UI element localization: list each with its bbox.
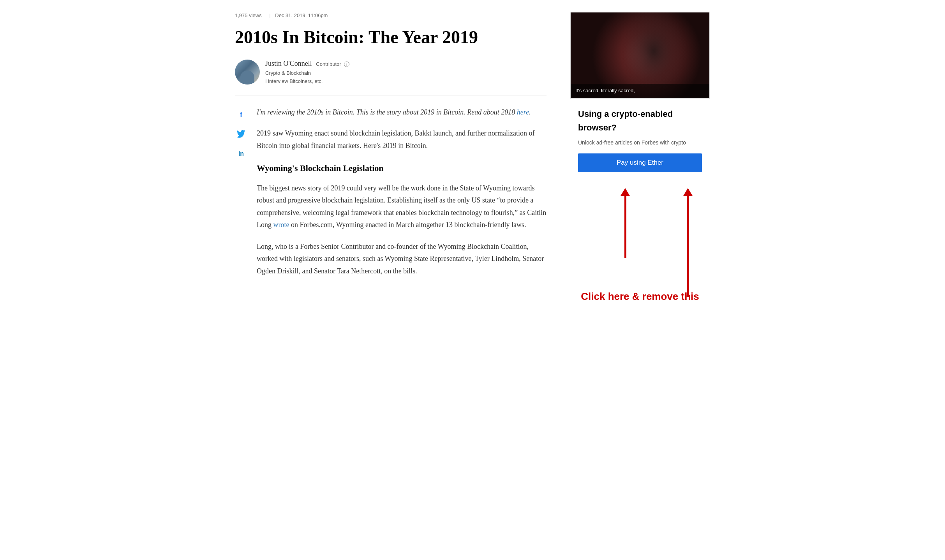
crypto-box-subtitle: Unlock ad-free articles on Forbes with c…: [578, 138, 702, 147]
arrow-shaft-right: [687, 196, 689, 297]
article-paragraph-1: 2019 saw Wyoming enact sound blockchain …: [257, 127, 547, 152]
article-paragraph-2: The biggest news story of 2019 could ver…: [257, 182, 547, 231]
contributor-label: Contributor: [316, 61, 341, 67]
author-name[interactable]: Justin O'Connell Contributor i: [265, 58, 349, 69]
author-section: Justin O'Connell Contributor i Crypto & …: [235, 58, 547, 85]
section-heading-1: Wyoming's Blockchain Legislation: [257, 161, 547, 175]
crypto-box: Using a crypto-enabled browser? Unlock a…: [570, 99, 710, 180]
article-title: 2010s In Bitcoin: The Year 2019: [235, 28, 547, 48]
avatar: [235, 60, 260, 85]
here-link[interactable]: here: [517, 108, 529, 116]
social-sidebar: f in: [235, 106, 257, 287]
video-caption: It's sacred, literally sacred,: [571, 84, 709, 98]
article-meta: 1,975 views | Dec 31, 2019, 11:06pm: [235, 12, 547, 20]
right-sidebar: It's sacred, literally sacred, Using a c…: [570, 12, 710, 313]
author-role: Crypto & Blockchain: [265, 69, 349, 77]
twitter-icon: [237, 130, 245, 139]
crypto-box-title: Using a crypto-enabled browser?: [578, 107, 702, 134]
arrow-shaft-left: [624, 196, 626, 258]
video-container: It's sacred, literally sacred,: [570, 12, 710, 99]
author-info: Justin O'Connell Contributor i Crypto & …: [265, 58, 349, 85]
twitter-share-button[interactable]: [235, 128, 247, 141]
article-intro: I'm reviewing the 2010s in Bitcoin. This…: [257, 106, 547, 118]
author-tagline: I interview Bitcoiners, etc.: [265, 77, 349, 86]
publish-date: Dec 31, 2019, 11:06pm: [275, 12, 328, 18]
view-count: 1,975 views: [235, 12, 262, 18]
author-name-text: Justin O'Connell: [265, 60, 312, 67]
article-body: I'm reviewing the 2010s in Bitcoin. This…: [257, 106, 547, 287]
facebook-icon: f: [240, 109, 242, 120]
wrote-link[interactable]: wrote: [273, 221, 289, 229]
info-icon[interactable]: i: [344, 62, 349, 67]
article-with-social: f in I'm reviewing the 2010s in Bitcoin.…: [235, 106, 547, 287]
arrow-head-right: [683, 188, 693, 196]
annotation-area: Click here & remove this: [570, 188, 710, 313]
pay-using-ether-button[interactable]: Pay using Ether: [578, 153, 702, 172]
article-divider: [235, 95, 547, 95]
facebook-share-button[interactable]: f: [235, 109, 247, 121]
linkedin-icon: in: [238, 149, 244, 159]
linkedin-share-button[interactable]: in: [235, 148, 247, 160]
video-thumbnail[interactable]: It's sacred, literally sacred,: [571, 12, 709, 98]
arrow-head-left: [621, 188, 630, 196]
annotation-label: Click here & remove this: [570, 289, 710, 305]
article-paragraph-3: Long, who is a Forbes Senior Contributor…: [257, 241, 547, 278]
